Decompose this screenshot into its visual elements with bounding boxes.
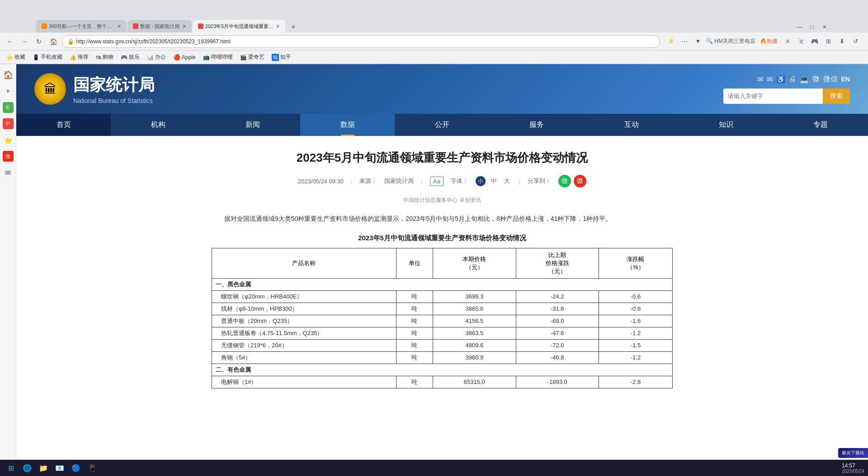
article-content: 2023年5月中旬流通领域重要生产资料市场价格变动情况 2023/05/24 0…	[193, 136, 691, 402]
product-change: -72.0	[516, 339, 599, 351]
product-unit: 吨	[396, 351, 433, 364]
sidebar-ext2-icon[interactable]: P	[1, 117, 15, 131]
tab-article[interactable]: 2023年5月中旬流通领域重要... ✕	[193, 20, 285, 33]
product-unit: 吨	[396, 315, 433, 327]
tab1-favicon	[42, 23, 47, 29]
sidebar-add-icon[interactable]: +	[1, 84, 15, 98]
bookmark-apple-label: Apple	[182, 54, 196, 61]
x-icon[interactable]: ✕	[782, 36, 793, 47]
lightning-icon[interactable]: ⚡	[665, 36, 676, 47]
nav-topics[interactable]: 专题	[774, 114, 868, 136]
tab1-close[interactable]: ✕	[117, 23, 121, 29]
product-price: 3699.3	[433, 290, 516, 303]
table-row: 热轧普通板卷（4.75-11.5mm，Q235） 吨 3863.5 -47.6 …	[212, 327, 673, 339]
sidebar-ext1-icon[interactable]: E	[1, 100, 15, 115]
download-icon[interactable]: ⬇	[836, 36, 847, 47]
back-button[interactable]: ←	[4, 35, 16, 48]
bookmark-bilibili[interactable]: 📺 哔哩哔哩	[200, 52, 236, 62]
nbs-search-button[interactable]: 搜索	[823, 89, 850, 104]
taskbar-folder-icon[interactable]: 📁	[36, 461, 51, 475]
bookmark-office[interactable]: 📊 办公	[144, 52, 169, 62]
taskbar: ⊞ 🌐 📁 📧 🔵 📱 14:57 2023/05/24	[0, 460, 868, 476]
sidebar-home-icon[interactable]: 🏠	[1, 68, 15, 82]
address-bar[interactable]: 🔒 http://www.stats.gov.cn/sj/zxfb/202305…	[61, 35, 660, 48]
bookmark-shop[interactable]: 🛍 购物	[93, 52, 116, 62]
home-button[interactable]: 🏠	[47, 35, 60, 48]
grid-icon[interactable]: ⊞	[823, 36, 834, 47]
taskbar-app1[interactable]: 📧	[52, 461, 67, 475]
tab2-close[interactable]: ✕	[182, 23, 186, 29]
font-large-btn[interactable]: 大	[502, 176, 512, 186]
nav-interaction[interactable]: 互动	[584, 114, 679, 136]
tab-bar: 360导航—一个主页，整个世界 ✕ 数据 - 国家统计局 ✕ 2023年5月中旬…	[0, 16, 868, 33]
sidebar-msg-icon[interactable]: ✉	[1, 165, 15, 180]
table-category-row: 二、有色金属	[212, 364, 673, 376]
tab-360[interactable]: 360导航—一个主页，整个世界 ✕	[36, 20, 127, 33]
maximize-button[interactable]: □	[807, 22, 817, 33]
bookmark-apple[interactable]: 🍎 Apple	[170, 53, 198, 61]
product-name: 角钢（5#）	[212, 351, 396, 364]
accessibility-icon[interactable]: ♿	[776, 75, 785, 84]
hm-extension[interactable]: 🔍 HM关闭三里电店	[706, 37, 755, 45]
game-icon[interactable]: 🎮	[809, 36, 820, 47]
bookmark-recommend[interactable]: 👍 推荐	[67, 52, 91, 62]
weibo-share-icon[interactable]: 微	[574, 175, 586, 187]
wechat-header-icon[interactable]: 微信	[823, 75, 838, 84]
entertainment-icon: 🎮	[121, 54, 127, 61]
nav-service[interactable]: 服务	[490, 114, 584, 136]
download-widget[interactable]: 极光下载站	[838, 448, 868, 458]
minimize-button[interactable]: —	[794, 22, 805, 33]
nbs-cn-title: 国家统计局	[73, 74, 155, 96]
taskbar-app3[interactable]: 📱	[85, 461, 99, 475]
taskbar-browser-icon[interactable]: 🌐	[20, 461, 34, 475]
reload-button[interactable]: ↻	[33, 35, 45, 48]
table-row: 角钢（5#） 吨 3980.9 -46.8 -1.2	[212, 351, 673, 364]
product-pct: -0.8	[599, 303, 672, 315]
dropdown-icon[interactable]: ▼	[693, 36, 703, 47]
card-icon[interactable]: 🃏	[796, 36, 807, 47]
forward-button[interactable]: →	[18, 35, 31, 48]
nav-news[interactable]: 新闻	[206, 114, 300, 136]
sidebar-star-icon[interactable]: ⭐	[1, 133, 15, 147]
history-icon[interactable]: ↺	[850, 36, 861, 47]
nav-data[interactable]: 数据	[300, 114, 395, 136]
tab3-close[interactable]: ✕	[276, 23, 280, 29]
nav-public[interactable]: 公开	[395, 114, 489, 136]
font-small-btn[interactable]: 小	[476, 176, 486, 186]
taskbar-date-text: 2023/05/24	[842, 469, 864, 474]
sidebar-weibo-icon[interactable]: 微	[1, 149, 15, 163]
new-tab-button[interactable]: +	[288, 22, 299, 33]
bookmark-entertainment[interactable]: 🎮 娱乐	[118, 52, 142, 62]
taskbar-app2[interactable]: 🔵	[69, 461, 83, 475]
more-icon[interactable]: ⋯	[679, 36, 690, 47]
col-header-price: 本期价格（元）	[433, 248, 516, 278]
shop-icon: 🛍	[96, 54, 101, 61]
font-medium-btn[interactable]: 中	[489, 176, 499, 186]
bookmarks-bar: ⭐ 收藏 📱 手机收藏 👍 推荐 🛍 购物 🎮 娱乐 📊 办公 🍎 Apple	[0, 51, 868, 64]
email-icon[interactable]: ✉	[757, 75, 763, 84]
computer-icon[interactable]: 💻	[800, 75, 809, 84]
nbs-search-input[interactable]	[723, 89, 823, 104]
tab-nbs-data[interactable]: 数据 - 国家统计局 ✕	[127, 20, 192, 33]
bookmark-zhihu[interactable]: 知 知乎	[269, 52, 294, 62]
nav-org[interactable]: 机构	[111, 114, 205, 136]
nav-knowledge[interactable]: 知识	[679, 114, 773, 136]
bookmark-shop-label: 购物	[103, 53, 113, 61]
taskbar-start-icon[interactable]: ⊞	[4, 461, 18, 475]
en-link[interactable]: EN	[841, 75, 850, 83]
office-icon: 📊	[147, 54, 154, 61]
url-text: http://www.stats.gov.cn/sj/zxfb/202305/t…	[76, 38, 654, 45]
hot-search[interactable]: 🔥热搜	[758, 37, 779, 46]
nav-home[interactable]: 首页	[16, 114, 111, 136]
left-sidebar: 🏠 + E P ⭐ 微 ✉ ⚙	[0, 64, 16, 471]
print-icon[interactable]: 🖨	[789, 75, 796, 83]
email2-icon[interactable]: ✉	[767, 75, 773, 84]
bookmark-iqiyi[interactable]: 🎬 爱奇艺	[237, 52, 267, 62]
product-unit: 吨	[396, 327, 433, 339]
product-price: 4809.6	[433, 339, 516, 351]
close-button[interactable]: ✕	[819, 22, 830, 33]
bookmark-favorites[interactable]: ⭐ 收藏	[4, 52, 28, 62]
wechat-share-icon[interactable]: 微	[558, 175, 571, 187]
bookmark-mobile[interactable]: 📱 手机收藏	[30, 52, 65, 62]
weibo-header-icon[interactable]: 微	[812, 75, 820, 84]
